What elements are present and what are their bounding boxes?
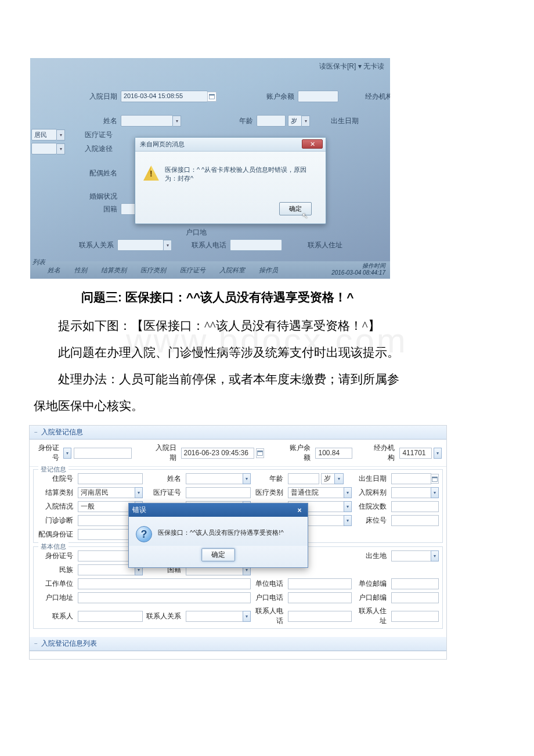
close-icon[interactable]: ×	[295, 506, 304, 514]
dept-input[interactable]	[391, 487, 431, 498]
hukou-label: 户口地	[181, 228, 210, 237]
times-label: 住院次数	[354, 502, 389, 512]
hukou-tel-label: 户口电话	[253, 593, 286, 603]
dialog-titlebar: 错误 ×	[129, 503, 308, 517]
birth-input[interactable]	[391, 473, 431, 484]
col-sex: 性别	[74, 266, 87, 275]
contact-rel-label: 联系人关系	[145, 611, 183, 621]
condition-label: 入院情况	[37, 502, 75, 512]
admit-date-input[interactable]	[181, 448, 254, 459]
calendar-icon[interactable]	[256, 448, 264, 458]
hukou-zip-label: 户口邮编	[354, 593, 389, 603]
name-input[interactable]	[121, 115, 173, 127]
contact-label: 联系人	[37, 611, 75, 621]
settle-type-input[interactable]	[78, 487, 135, 498]
workplace-input[interactable]	[78, 578, 251, 589]
insno-label: 医疗证号	[145, 488, 183, 498]
col-settle: 结算类别	[101, 266, 127, 275]
ok-button[interactable]: 确定	[201, 548, 235, 561]
svg-rect-5	[432, 477, 438, 478]
dropdown-icon[interactable]: ▾	[57, 143, 65, 154]
dropdown-icon[interactable]: ▾	[164, 240, 172, 251]
contact-tel-input[interactable]	[288, 611, 352, 622]
age-input[interactable]	[257, 115, 286, 127]
blank-select[interactable]	[31, 143, 57, 154]
col-name: 姓名	[48, 266, 60, 275]
photo-topbar: 读医保卡[R] ▾ 无卡读	[319, 62, 384, 71]
dropdown-icon[interactable]: ▾	[243, 473, 251, 484]
balance-input[interactable]	[315, 448, 352, 459]
col-optime: 操作时间	[362, 262, 385, 269]
dialog-title-text: 来自网页的消息	[140, 141, 185, 147]
section-list-title: 入院登记信息列表	[41, 639, 97, 649]
dropdown-icon[interactable]: ▾	[334, 473, 344, 484]
workplace-label: 工作单位	[37, 579, 75, 589]
balance-label: 账户余额	[257, 92, 298, 102]
agency-input[interactable]	[399, 448, 432, 459]
contact-tel-label: 联系人电话	[183, 240, 230, 250]
idtype-label: 身份证号	[34, 443, 62, 463]
dropdown-icon[interactable]: ▾	[344, 487, 352, 498]
dialog-message: 医保接口：^ ^从省卡库校验人员信息时错误，原因为：封存^	[165, 165, 317, 183]
agency-label: 经办机构	[356, 92, 390, 102]
hukou-tel-input[interactable]	[288, 592, 352, 603]
inpatient-no-input[interactable]	[78, 473, 143, 484]
dropdown-icon[interactable]: ▾	[431, 487, 439, 498]
question-heading: 问题三: 医保接口：^^该人员没有待遇享受资格！^	[81, 289, 511, 305]
name-input[interactable]	[186, 473, 243, 484]
medtype-input[interactable]	[288, 487, 344, 498]
ethnic-input[interactable]	[78, 564, 135, 575]
doc-paragraph-3b: 保地医保中心核实。	[34, 394, 500, 418]
dropdown-icon[interactable]: ▾	[431, 550, 439, 561]
resident-select[interactable]: 居民	[31, 129, 57, 141]
dropdown-icon[interactable]: ▾	[344, 501, 352, 512]
bed-label: 床位号	[354, 516, 389, 525]
times-input[interactable]	[391, 501, 439, 512]
hukou-zip-input[interactable]	[391, 592, 439, 603]
admit-date-input[interactable]: 2016-03-04 15:08:55	[121, 91, 208, 102]
contact-addr-input[interactable]	[391, 611, 439, 622]
condition-input[interactable]	[78, 501, 135, 512]
dropdown-icon[interactable]: ▾	[302, 116, 310, 127]
dropdown-icon[interactable]: ▾	[243, 611, 251, 622]
contact-rel-input[interactable]	[186, 611, 243, 622]
contact-tel-input[interactable]	[230, 239, 282, 251]
section-list-bar: − 入院登记信息列表	[30, 637, 446, 651]
settle-type-label: 结算类别	[37, 488, 75, 498]
balance-input[interactable]	[298, 91, 338, 102]
dropdown-icon[interactable]: ▾	[344, 515, 352, 526]
dropdown-icon[interactable]: ▾	[173, 116, 181, 127]
calendar-icon[interactable]	[431, 474, 439, 484]
warning-icon	[143, 165, 159, 181]
insno-label: 医疗证号	[75, 130, 116, 140]
dropdown-icon[interactable]: ▾	[63, 448, 71, 459]
idno-label: 身份证号	[37, 551, 75, 561]
birthplace-label: 出生地	[354, 551, 389, 561]
contact-rel-input[interactable]	[117, 239, 164, 251]
insno-input[interactable]	[186, 487, 251, 498]
calendar-icon[interactable]	[207, 92, 217, 102]
dropdown-icon[interactable]: ▾	[434, 448, 442, 459]
doc-paragraph-2: 此问题在办理入院、门诊慢性病等涉及统筹支付时出现该提示。	[34, 340, 500, 365]
collapse-icon[interactable]: −	[34, 429, 38, 435]
contact-input[interactable]	[78, 611, 143, 622]
hukou-input[interactable]	[78, 592, 251, 603]
dropdown-icon[interactable]: ▾	[57, 129, 65, 141]
basic-legend: 基本信息	[38, 542, 68, 551]
collapse-icon[interactable]: −	[34, 640, 38, 647]
close-icon[interactable]: ✕	[302, 139, 323, 149]
workzip-input[interactable]	[391, 578, 439, 589]
birthplace-input[interactable]	[391, 550, 431, 561]
out-diag-label: 门诊诊断	[37, 516, 75, 525]
bed-input[interactable]	[391, 515, 439, 526]
svg-rect-3	[257, 451, 262, 452]
idtype-input[interactable]	[74, 448, 132, 459]
admit-date-label: 入院日期	[80, 92, 121, 102]
age-input[interactable]	[288, 473, 319, 484]
dialog-message: 医保接口：^^该人员没有医疗待遇享受资格!^	[158, 526, 284, 537]
dropdown-icon[interactable]: ▾	[135, 487, 143, 498]
worktel-input[interactable]	[288, 578, 352, 589]
contact-rel-label: 联系人关系	[65, 240, 117, 250]
age-unit: 岁	[288, 115, 302, 127]
age-unit-input[interactable]	[321, 473, 335, 484]
